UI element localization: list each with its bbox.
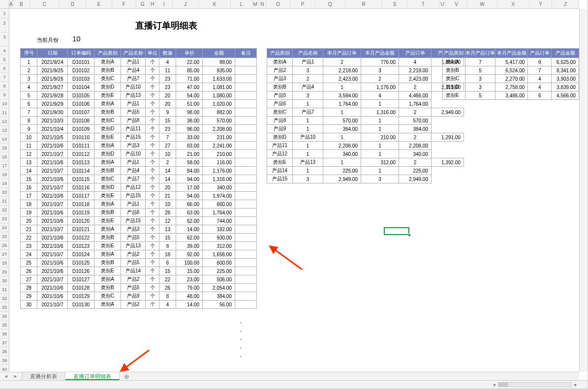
cell[interactable]: 660.00: [203, 200, 235, 209]
cell[interactable]: 类别A: [94, 275, 121, 284]
cell[interactable]: 384.00: [203, 292, 235, 300]
table-row[interactable]: 类别D产品101210.0021,291.00: [267, 133, 464, 142]
cell[interactable]: 21.00: [176, 150, 203, 158]
table-row[interactable]: 产品121340.001340.00: [267, 150, 464, 158]
cell[interactable]: 产品6: [121, 209, 146, 217]
cell[interactable]: 8: [159, 292, 176, 300]
row-8[interactable]: 8: [0, 82, 9, 90]
table-row[interactable]: 72021/9/30D10107类别B产品5个998.00882.00: [21, 108, 257, 117]
cell[interactable]: 8: [21, 117, 37, 125]
cell[interactable]: 2,758.00: [495, 83, 528, 91]
cell[interactable]: D10125: [68, 259, 94, 267]
cell[interactable]: 产品2: [121, 250, 146, 259]
cell[interactable]: 产品10: [293, 133, 323, 142]
cell[interactable]: D10128: [68, 284, 94, 292]
cell[interactable]: 2021/9/30: [37, 108, 68, 117]
table-row[interactable]: 产品91384.001384.00: [267, 125, 464, 133]
cell[interactable]: 8: [159, 242, 176, 250]
cell[interactable]: 2,949.00: [323, 175, 361, 183]
cell[interactable]: 98.00: [176, 108, 203, 117]
cell[interactable]: D10120: [68, 217, 94, 225]
cell[interactable]: 2,270.00: [495, 75, 528, 83]
cell[interactable]: 类别A: [94, 58, 121, 66]
cell[interactable]: 1,392.00: [432, 158, 464, 167]
cell[interactable]: 产品5: [121, 108, 146, 117]
cell[interactable]: 1,764.00: [399, 100, 432, 108]
cell[interactable]: 类别D: [94, 83, 121, 91]
cell[interactable]: 14: [159, 175, 176, 183]
table-row[interactable]: 282021/10/6D10128类别B产品5个2679.002,054.00: [21, 284, 257, 292]
row-23[interactable]: 23: [0, 214, 9, 223]
cell[interactable]: D10111: [68, 142, 94, 150]
fill-handle[interactable]: [408, 234, 411, 237]
cell[interactable]: 产品10: [121, 83, 146, 91]
table-row[interactable]: 22021/9/25D10102类别B产品4个1185.00935.00: [21, 66, 257, 75]
cell[interactable]: D10117: [68, 192, 94, 200]
table-row[interactable]: 32021/9/26D10103类别C产品7个2371.001,633.00: [21, 75, 257, 83]
cell[interactable]: 30: [21, 300, 37, 309]
cell[interactable]: D10113: [68, 158, 94, 167]
cell[interactable]: 9: [528, 58, 552, 66]
cell[interactable]: D10105: [68, 91, 94, 100]
cell[interactable]: 2021/10/6: [37, 142, 68, 150]
cell[interactable]: 6: [159, 259, 176, 267]
cell[interactable]: 2,054.00: [203, 284, 235, 292]
row-19[interactable]: 19: [0, 179, 9, 188]
cell[interactable]: 3,584.00: [323, 91, 361, 100]
cell[interactable]: [235, 117, 257, 125]
cell[interactable]: 类别A: [94, 225, 121, 234]
row-2[interactable]: 2: [0, 19, 9, 32]
table-row[interactable]: 产品81570.001570.00: [267, 117, 464, 125]
row-38[interactable]: 38: [0, 347, 9, 356]
cell[interactable]: 个: [146, 108, 159, 117]
cell[interactable]: D10112: [68, 150, 94, 158]
cell[interactable]: 3: [465, 83, 495, 91]
cell[interactable]: 83.00: [176, 142, 203, 150]
cell[interactable]: 产品1: [121, 58, 146, 66]
col-K[interactable]: K: [199, 0, 231, 8]
col-Z[interactable]: Z: [552, 0, 579, 8]
order-detail-table[interactable]: 序号日期订单编码产品类别产品名称单位数量单价金额备注12021/9/24D101…: [20, 48, 257, 309]
table-row[interactable]: 162021/10/7D10116类别D产品12个2017.00340.00: [21, 183, 257, 192]
category-summary-table[interactable]: 产品类别本月产品订单本月产品金额产品订单产品金额类别A75,417.0096,5…: [442, 48, 579, 100]
cell[interactable]: 79.00: [176, 284, 203, 292]
cell[interactable]: 22: [21, 234, 37, 242]
cell[interactable]: D10118: [68, 200, 94, 209]
cell[interactable]: 个: [146, 209, 159, 217]
cell[interactable]: 产品7: [121, 75, 146, 83]
tab-nav-buttons[interactable]: ◄ ►: [0, 372, 22, 380]
cell[interactable]: 产品14: [267, 167, 293, 175]
table-row[interactable]: 类别D32,758.0043,839.00: [443, 83, 579, 91]
col-B[interactable]: B: [13, 0, 30, 8]
table-row[interactable]: 产品533,584.0044,466.00: [267, 91, 464, 100]
cell[interactable]: 2,423.00: [399, 75, 432, 83]
cell[interactable]: [235, 250, 257, 259]
cell[interactable]: 13: [21, 158, 37, 167]
table-row[interactable]: 类别B56,524.0078,341.00: [443, 66, 579, 75]
row-30[interactable]: 30: [0, 276, 9, 285]
table-row[interactable]: 292021/10/6D10129类别C产品9个848.00384.00: [21, 292, 257, 300]
col-X[interactable]: X: [497, 0, 529, 8]
cell[interactable]: 2021/9/24: [37, 58, 68, 66]
cell[interactable]: D10104: [68, 83, 94, 91]
cell[interactable]: 个: [146, 259, 159, 267]
cell[interactable]: 29: [21, 292, 37, 300]
cell[interactable]: 8,341.00: [552, 66, 579, 75]
cell[interactable]: 个: [146, 300, 159, 309]
cell[interactable]: 1: [323, 133, 361, 142]
cell[interactable]: 1: [361, 125, 399, 133]
cell[interactable]: 个: [146, 100, 159, 108]
cell[interactable]: 个: [146, 192, 159, 200]
cell[interactable]: 产品9: [121, 292, 146, 300]
cell[interactable]: 类别B: [94, 108, 121, 117]
cell[interactable]: 116.00: [203, 158, 235, 167]
cell[interactable]: 16: [21, 183, 37, 192]
cell[interactable]: 类别C: [443, 75, 465, 83]
cell[interactable]: 28: [21, 284, 37, 292]
cell[interactable]: D10114: [68, 167, 94, 175]
cell[interactable]: 个: [146, 66, 159, 75]
cell[interactable]: D10123: [68, 242, 94, 250]
cell[interactable]: 11: [21, 142, 37, 150]
cell[interactable]: 9: [21, 125, 37, 133]
cell[interactable]: 776.00: [361, 58, 399, 66]
